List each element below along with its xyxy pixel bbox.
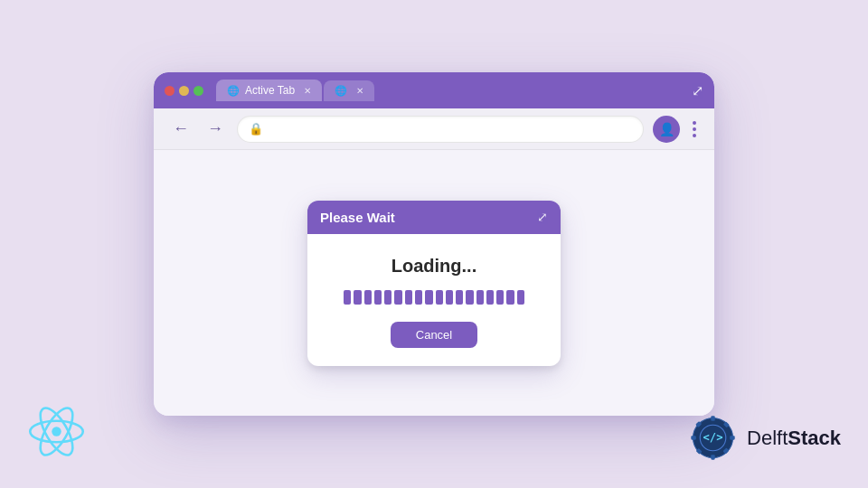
loading-text: Loading...	[392, 256, 476, 277]
inactive-tab-close[interactable]: ✕	[356, 86, 363, 96]
url-input[interactable]	[270, 123, 632, 136]
tab-bar: 🌐 Active Tab ✕ 🌐 ✕	[216, 80, 684, 101]
toolbar: ← → 🔒 👤	[154, 108, 714, 150]
svg-rect-5	[711, 416, 714, 421]
progress-segment	[425, 290, 432, 305]
address-bar[interactable]: 🔒	[237, 116, 644, 143]
lock-icon: 🔒	[249, 122, 263, 136]
browser-window: 🌐 Active Tab ✕ 🌐 ✕ ⤢ ← → 🔒 👤	[154, 72, 714, 416]
progress-segment	[415, 290, 422, 305]
progress-segment	[496, 290, 504, 305]
svg-rect-8	[730, 436, 735, 439]
progress-segment	[436, 290, 443, 305]
cancel-button[interactable]: Cancel	[391, 322, 477, 348]
browser-content: Please Wait ⤢ Loading... Cancel	[154, 150, 714, 416]
svg-text:</>: </>	[703, 431, 723, 444]
menu-dot-3	[693, 134, 696, 137]
loading-modal: Please Wait ⤢ Loading... Cancel	[307, 201, 561, 366]
progress-segment	[476, 290, 484, 305]
modal-header: Please Wait ⤢	[307, 201, 561, 234]
menu-dots-button[interactable]	[689, 117, 700, 141]
minimize-dot[interactable]	[179, 86, 189, 96]
progress-segment	[506, 290, 514, 305]
progress-segment	[354, 290, 361, 305]
active-tab[interactable]: 🌐 Active Tab ✕	[216, 80, 322, 101]
menu-dot-2	[693, 127, 696, 131]
maximize-button[interactable]: ⤢	[692, 82, 703, 99]
delftstack-logo: </> DelftStack	[688, 413, 841, 463]
back-button[interactable]: ←	[168, 117, 193, 142]
progress-segment	[517, 290, 524, 305]
inactive-tab-globe-icon: 🌐	[335, 85, 347, 97]
menu-dot-1	[693, 121, 696, 125]
tab-globe-icon: 🌐	[227, 85, 240, 97]
active-tab-label: Active Tab	[245, 84, 295, 97]
progress-bar	[344, 289, 524, 305]
svg-rect-7	[691, 436, 696, 439]
progress-segment	[466, 290, 473, 305]
delftstack-name: DelftStack	[747, 427, 841, 450]
profile-icon: 👤	[659, 122, 675, 136]
progress-segment	[486, 290, 494, 305]
inactive-tab[interactable]: 🌐 ✕	[324, 80, 374, 101]
delftstack-text-bold: Stack	[788, 427, 841, 449]
progress-segment	[405, 290, 412, 305]
react-logo	[27, 402, 86, 461]
progress-segment	[446, 290, 453, 305]
delftstack-text-light: Delft	[747, 427, 788, 449]
close-dot[interactable]	[165, 86, 175, 96]
svg-rect-6	[711, 455, 714, 460]
progress-segment	[456, 290, 463, 305]
modal-title: Please Wait	[320, 210, 395, 225]
modal-body: Loading... Cancel	[307, 234, 561, 366]
modal-expand-icon[interactable]: ⤢	[537, 210, 548, 224]
profile-button[interactable]: 👤	[653, 116, 680, 143]
maximize-dot[interactable]	[193, 86, 203, 96]
progress-segment	[374, 290, 382, 305]
window-controls	[165, 86, 203, 96]
progress-segment	[364, 290, 372, 305]
progress-segment	[394, 290, 401, 305]
active-tab-close[interactable]: ✕	[304, 86, 311, 96]
progress-segment	[384, 290, 392, 305]
progress-segment	[344, 290, 351, 305]
svg-point-0	[52, 427, 61, 436]
forward-button[interactable]: →	[203, 117, 228, 142]
title-bar: 🌐 Active Tab ✕ 🌐 ✕ ⤢	[154, 72, 714, 108]
